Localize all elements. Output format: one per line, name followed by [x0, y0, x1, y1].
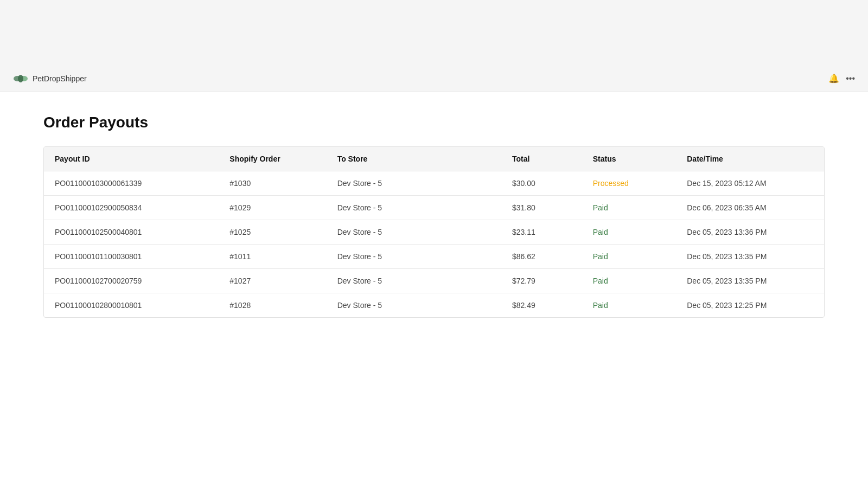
cell-total: $72.79	[501, 269, 582, 293]
col-header-shopify-order: Shopify Order	[219, 147, 326, 171]
cell-status: Paid	[582, 293, 676, 318]
cell-shopify-order: #1028	[219, 293, 326, 318]
table-row: PO011000102700020759 #1027 Dev Store - 5…	[44, 269, 824, 293]
cell-payout-id: PO011000102800010801	[44, 293, 219, 318]
cell-to-store: Dev Store - 5	[327, 171, 501, 196]
svg-point-2	[18, 75, 23, 82]
main-content: Order Payouts Payout ID Shopify Order To…	[0, 92, 868, 339]
cell-shopify-order: #1027	[219, 269, 326, 293]
cell-status: Processed	[582, 171, 676, 196]
status-badge: Paid	[593, 277, 608, 285]
header-right: 🔔 •••	[828, 73, 855, 84]
cell-payout-id: PO011000101100030801	[44, 245, 219, 269]
status-badge: Paid	[593, 203, 608, 212]
cell-to-store: Dev Store - 5	[327, 269, 501, 293]
cell-shopify-order: #1029	[219, 196, 326, 220]
cell-payout-id: PO011000102700020759	[44, 269, 219, 293]
table-body: PO011000103000061339 #1030 Dev Store - 5…	[44, 171, 824, 318]
cell-datetime: Dec 05, 2023 12:25 PM	[676, 293, 824, 318]
col-header-datetime: Date/Time	[676, 147, 824, 171]
cell-payout-id: PO011000102900050834	[44, 196, 219, 220]
status-badge: Paid	[593, 252, 608, 261]
col-header-payout-id: Payout ID	[44, 147, 219, 171]
col-header-to-store: To Store	[327, 147, 501, 171]
more-menu-icon[interactable]: •••	[846, 74, 855, 84]
cell-payout-id: PO011000103000061339	[44, 171, 219, 196]
cell-total: $86.62	[501, 245, 582, 269]
logo-icon	[13, 73, 28, 84]
order-payouts-table-wrapper: Payout ID Shopify Order To Store Total S…	[43, 146, 825, 318]
status-badge: Paid	[593, 301, 608, 310]
bell-icon[interactable]: 🔔	[828, 73, 839, 84]
cell-shopify-order: #1011	[219, 245, 326, 269]
table-row: PO011000101100030801 #1011 Dev Store - 5…	[44, 245, 824, 269]
cell-to-store: Dev Store - 5	[327, 196, 501, 220]
cell-to-store: Dev Store - 5	[327, 245, 501, 269]
order-payouts-table: Payout ID Shopify Order To Store Total S…	[44, 147, 824, 317]
table-header-row: Payout ID Shopify Order To Store Total S…	[44, 147, 824, 171]
status-badge: Paid	[593, 228, 608, 236]
top-spacer	[0, 0, 868, 65]
cell-datetime: Dec 05, 2023 13:35 PM	[676, 245, 824, 269]
header-bar: PetDropShipper 🔔 •••	[0, 65, 868, 92]
col-header-total: Total	[501, 147, 582, 171]
cell-datetime: Dec 05, 2023 13:36 PM	[676, 220, 824, 245]
cell-shopify-order: #1025	[219, 220, 326, 245]
table-row: PO011000102500040801 #1025 Dev Store - 5…	[44, 220, 824, 245]
cell-total: $82.49	[501, 293, 582, 318]
cell-status: Paid	[582, 245, 676, 269]
table-row: PO011000102900050834 #1029 Dev Store - 5…	[44, 196, 824, 220]
cell-total: $30.00	[501, 171, 582, 196]
header-left: PetDropShipper	[13, 73, 87, 84]
page-title: Order Payouts	[43, 114, 825, 131]
cell-shopify-order: #1030	[219, 171, 326, 196]
cell-to-store: Dev Store - 5	[327, 220, 501, 245]
cell-datetime: Dec 05, 2023 13:35 PM	[676, 269, 824, 293]
cell-status: Paid	[582, 269, 676, 293]
app-name: PetDropShipper	[33, 74, 87, 83]
cell-datetime: Dec 06, 2023 06:35 AM	[676, 196, 824, 220]
cell-to-store: Dev Store - 5	[327, 293, 501, 318]
col-header-status: Status	[582, 147, 676, 171]
status-badge: Processed	[593, 179, 629, 188]
table-row: PO011000103000061339 #1030 Dev Store - 5…	[44, 171, 824, 196]
cell-datetime: Dec 15, 2023 05:12 AM	[676, 171, 824, 196]
cell-total: $23.11	[501, 220, 582, 245]
cell-status: Paid	[582, 196, 676, 220]
cell-total: $31.80	[501, 196, 582, 220]
cell-payout-id: PO011000102500040801	[44, 220, 219, 245]
table-row: PO011000102800010801 #1028 Dev Store - 5…	[44, 293, 824, 318]
cell-status: Paid	[582, 220, 676, 245]
